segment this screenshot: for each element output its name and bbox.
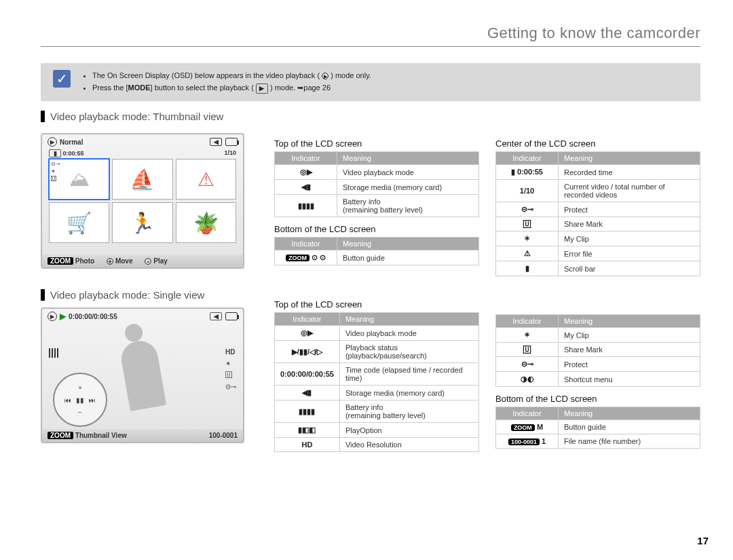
- thumbnail-item: 🛒: [49, 202, 109, 243]
- table-row: ✶My Clip: [496, 231, 700, 246]
- table-row: ⊝⊸Protect: [496, 202, 700, 217]
- battery-icon: [225, 312, 238, 320]
- note-line-2: Press the [MODE] button to select the pl…: [92, 82, 691, 94]
- myclip-icon: ✶: [225, 360, 236, 367]
- table-row: ⚠Error file: [496, 246, 700, 261]
- battery-icon: [225, 138, 238, 146]
- table-thumb-bottom: IndicatorMeaning ZOOM ⊙ ⊙Button guide: [274, 237, 479, 265]
- thumbnail-error: ⚠: [176, 159, 236, 200]
- middle-column: Top of the LCD screen IndicatorMeaning ◎…: [274, 133, 479, 459]
- table-row: ◀▮Storage media (memory card): [275, 180, 479, 195]
- silhouette-figure: [119, 338, 167, 411]
- video-mode-icon: ▶: [48, 312, 57, 321]
- thumbnail-item: ⛵: [112, 159, 172, 200]
- subheading-bottom-lcd: Bottom of the LCD screen: [274, 224, 479, 234]
- table-row: ◎▶Video playback mode: [275, 165, 479, 180]
- table-row: ▮▮▮▮Battery info (remaining battery leve…: [275, 400, 479, 423]
- table-thumb-center: IndicatorMeaning ▮ 0:00:55Recorded time1…: [495, 151, 700, 276]
- left-column: ▶ Normal ◀ ▮ 0:00:55 1/10 ⊝⊸✶🅄 ⛰ ⛵ ⚠: [41, 133, 258, 459]
- subheading-top-lcd: Top of the LCD screen: [274, 299, 479, 310]
- lcd-footer: ZOOM Photo ✛ Move • Play: [42, 255, 243, 267]
- thumbnail-item: 🏃: [112, 202, 172, 243]
- thumbnail-grid: ⊝⊸✶🅄 ⛰ ⛵ ⚠ 🛒 🏃 🪴: [42, 157, 243, 244]
- lcd-footer: ZOOM Thumbnail View 100-0001: [42, 429, 243, 442]
- lcd-file-number: 100-0001: [209, 432, 238, 439]
- table-single-top-right: IndicatorMeaning ✶My Clip🅄Share Mark⊝⊸Pr…: [495, 314, 700, 387]
- play-rect-icon: ▶: [256, 83, 268, 94]
- control-ring: ＋ ⏮▮▮⏭ −: [53, 373, 107, 427]
- lcd-normal-label: Normal: [60, 138, 83, 146]
- sharemark-icon: 🅄: [225, 371, 236, 379]
- table-row: 🅄Share Mark: [496, 343, 700, 357]
- subheading-top-lcd: Top of the LCD screen: [274, 138, 479, 149]
- table-row: 🅄Share Mark: [496, 217, 700, 231]
- thumbnail-selected: ⊝⊸✶🅄 ⛰: [49, 159, 109, 200]
- table-thumb-top: IndicatorMeaning ◎▶Video playback mode◀▮…: [274, 151, 479, 217]
- subheading-center-lcd: Center of the LCD screen: [495, 138, 700, 149]
- hd-icon: HD: [225, 348, 236, 356]
- thumbnail-item: 🪴: [176, 202, 236, 243]
- playback-mode-icon: ▶: [322, 73, 328, 79]
- table-row: 1/10Current video / total number of reco…: [496, 180, 700, 202]
- table-row: ZOOM MButton guide: [496, 420, 700, 434]
- table-row: ▮▮▮▮Battery info (remaining battery leve…: [275, 195, 479, 217]
- table-row: ZOOM ⊙ ⊙Button guide: [275, 250, 479, 265]
- table-row: 100-0001 1File name (file number): [496, 434, 700, 449]
- lcd-counter: 1/10: [224, 149, 236, 157]
- table-row: HDVideo Resolution: [275, 438, 479, 452]
- table-row: ▮◧◧PlayOption: [275, 423, 479, 438]
- right-column: Center of the LCD screen IndicatorMeanin…: [495, 133, 700, 459]
- table-single-bottom: IndicatorMeaning ZOOM MButton guide100-0…: [495, 407, 700, 449]
- table-row: 0:00:00/0:00:55Time code (elapsed time /…: [275, 363, 479, 386]
- lcd-timecode: 0:00:00/0:00:55: [69, 313, 117, 320]
- table-row: ◎▶Video playback mode: [275, 326, 479, 341]
- table-row: ▮Scroll bar: [496, 261, 700, 276]
- check-icon: ✓: [53, 70, 71, 88]
- note-box: ✓ The On Screen Display (OSD) below appe…: [41, 63, 700, 101]
- table-row: ◑◐Shortcut menu: [496, 372, 700, 387]
- section-single-view: Video playback mode: Single view: [41, 289, 258, 301]
- table-row: ✶My Clip: [496, 328, 700, 343]
- section-thumbnail-view: Video playback mode: Thumbnail view: [41, 111, 700, 122]
- table-single-top-left: IndicatorMeaning ◎▶Video playback mode▶/…: [274, 312, 479, 452]
- lcd-thumbnail-view: ▶ Normal ◀ ▮ 0:00:55 1/10 ⊝⊸✶🅄 ⛰ ⛵ ⚠: [41, 133, 244, 269]
- subheading-bottom-lcd: Bottom of the LCD screen: [495, 394, 700, 404]
- video-mode-icon: ▶: [48, 137, 57, 147]
- table-row: ▮ 0:00:55Recorded time: [496, 165, 700, 180]
- table-row: ▶/▮▮/◁/▷Playback status (playback/pause/…: [275, 341, 479, 363]
- lcd-single-view: ▶ ▶ 0:00:00/0:00:55 ◀ HD ✶ 🅄 ⊝⊸: [41, 307, 244, 443]
- page-number: 17: [697, 535, 709, 546]
- table-row: ◀▮Storage media (memory card): [275, 386, 479, 400]
- protect-icon: ⊝⊸: [225, 383, 236, 390]
- play-option-icon: [49, 348, 60, 358]
- note-line-1: The On Screen Display (OSD) below appear…: [92, 70, 691, 81]
- table-row: ⊝⊸Protect: [496, 357, 700, 372]
- page-title: Getting to know the camcorder: [41, 24, 700, 47]
